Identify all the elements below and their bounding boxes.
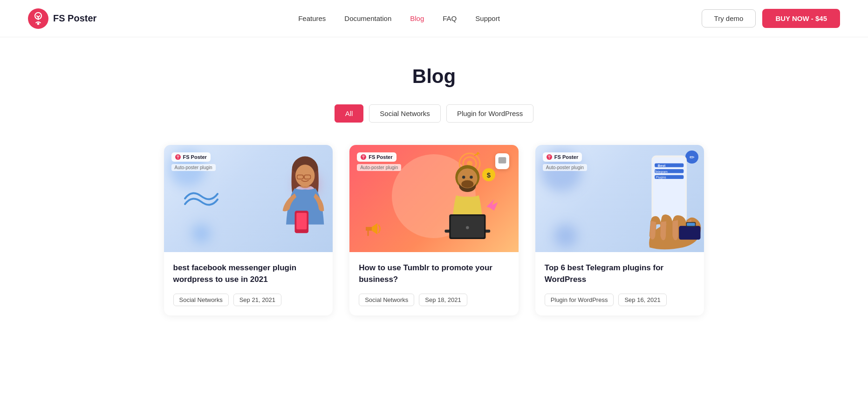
megaphone-icon bbox=[363, 219, 382, 238]
card1-title: best facebook messenger plugin wordpress… bbox=[173, 262, 324, 285]
card1-date: Sep 21, 2021 bbox=[233, 294, 281, 306]
svg-point-27 bbox=[470, 175, 473, 178]
svg-text:Plugins: Plugins bbox=[656, 176, 667, 179]
card3-subtitle: Auto-poster plugin bbox=[543, 164, 587, 171]
buy-now-button[interactable]: BUY NOW - $45 bbox=[762, 9, 840, 28]
card3-body: Top 6 best Telegram plugins for WordPres… bbox=[535, 252, 704, 315]
main-content: Blog All Social Networks Plugin for Word… bbox=[155, 37, 714, 353]
card1-subtitle: Auto-poster plugin bbox=[171, 164, 216, 171]
woman-figure bbox=[264, 156, 333, 252]
nav-support[interactable]: Support bbox=[475, 14, 500, 22]
card3-brand: FS Poster Auto-poster plugin bbox=[543, 152, 587, 171]
card3-title: Top 6 best Telegram plugins for WordPres… bbox=[545, 262, 695, 285]
filter-plugin-for-wordpress[interactable]: Plugin for WordPress bbox=[446, 104, 533, 123]
svg-text:Best: Best bbox=[658, 164, 666, 168]
nav-blog[interactable]: Blog bbox=[410, 14, 424, 22]
svg-marker-22 bbox=[477, 152, 480, 156]
header-actions: Try demo BUY NOW - $45 bbox=[702, 9, 840, 28]
svg-rect-48 bbox=[687, 223, 695, 226]
svg-point-37 bbox=[549, 158, 549, 159]
card1-tag[interactable]: Social Networks bbox=[173, 294, 229, 306]
blog-card-2[interactable]: FS Poster Auto-poster plugin $ bbox=[349, 145, 519, 315]
card2-title: How to use Tumblr to promote your busine… bbox=[359, 262, 509, 285]
card2-body: How to use Tumblr to promote your busine… bbox=[349, 252, 519, 315]
card2-brand: FS Poster Auto-poster plugin bbox=[357, 152, 401, 171]
header: FS Poster Features Documentation Blog FA… bbox=[0, 0, 868, 37]
page-title: Blog bbox=[164, 65, 704, 88]
svg-rect-33 bbox=[366, 227, 372, 231]
nav-documentation[interactable]: Documentation bbox=[344, 14, 391, 22]
svg-point-2 bbox=[37, 22, 40, 25]
main-nav: Features Documentation Blog FAQ Support bbox=[298, 14, 500, 22]
blog-grid: FS Poster Auto-poster plugin bbox=[164, 145, 704, 315]
card3-date: Sep 16, 2021 bbox=[618, 294, 666, 306]
card1-meta: Social Networks Sep 21, 2021 bbox=[173, 294, 324, 306]
svg-rect-46 bbox=[679, 226, 701, 240]
card1-body: best facebook messenger plugin wordpress… bbox=[164, 252, 333, 315]
blog-card-3[interactable]: FS Poster Auto-poster plugin ✏ ⚙ ✉ bbox=[535, 145, 704, 315]
card3-tag[interactable]: Plugin for WordPress bbox=[545, 294, 614, 306]
nav-features[interactable]: Features bbox=[298, 14, 326, 22]
card2-meta: Social Networks Sep 18, 2021 bbox=[359, 294, 509, 306]
svg-point-26 bbox=[462, 175, 465, 178]
blog-card-1[interactable]: FS Poster Auto-poster plugin bbox=[164, 145, 333, 315]
logo[interactable]: FS Poster bbox=[28, 8, 96, 29]
svg-point-32 bbox=[466, 226, 469, 229]
filter-all[interactable]: All bbox=[335, 104, 364, 123]
logo-icon bbox=[28, 8, 48, 29]
card2-subtitle: Auto-poster plugin bbox=[357, 164, 401, 171]
card3-meta: Plugin for WordPress Sep 16, 2021 bbox=[545, 294, 695, 306]
card2-tag[interactable]: Social Networks bbox=[359, 294, 414, 306]
svg-point-8 bbox=[295, 164, 314, 186]
card1-brand: FS Poster Auto-poster plugin bbox=[171, 152, 216, 171]
logo-text: FS Poster bbox=[53, 13, 96, 24]
svg-point-5 bbox=[178, 158, 178, 159]
filter-social-networks[interactable]: Social Networks bbox=[369, 104, 441, 123]
card-image-2: FS Poster Auto-poster plugin $ bbox=[349, 145, 519, 252]
svg-text:Telegram: Telegram bbox=[655, 170, 668, 174]
card-image-3: FS Poster Auto-poster plugin ✏ ⚙ ✉ bbox=[535, 145, 704, 252]
svg-point-28 bbox=[461, 180, 473, 187]
person-laptop bbox=[433, 161, 502, 253]
card2-date: Sep 18, 2021 bbox=[419, 294, 467, 306]
filter-tabs: All Social Networks Plugin for WordPress bbox=[164, 104, 704, 123]
svg-point-16 bbox=[363, 158, 363, 159]
hand-phone: Best Telegram Plugins bbox=[628, 150, 704, 252]
try-demo-button[interactable]: Try demo bbox=[702, 9, 756, 27]
svg-rect-13 bbox=[297, 213, 307, 229]
messenger-arrows-icon bbox=[183, 185, 220, 212]
nav-faq[interactable]: FAQ bbox=[443, 14, 457, 22]
card-image-1: FS Poster Auto-poster plugin bbox=[164, 145, 333, 252]
